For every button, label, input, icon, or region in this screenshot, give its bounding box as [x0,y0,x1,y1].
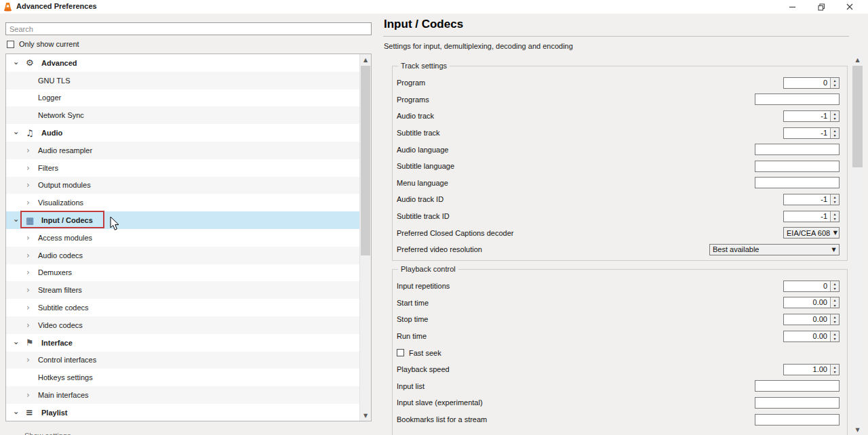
input-list-input[interactable] [755,380,840,392]
spin-up-down-icon[interactable]: ▴▾ [830,211,839,222]
spinbox-value[interactable]: -1 [784,194,830,205]
subtitle-track-id-spinbox[interactable]: -1▴▾ [783,211,840,222]
tree-item-visualizations[interactable]: › Visualizations [6,194,359,211]
expand-arrow-icon[interactable]: › [14,216,26,224]
expand-arrow-icon[interactable]: › [26,391,38,399]
playback-speed-spinbox[interactable]: 1.00▴▾ [783,364,840,375]
tree-item-demuxers[interactable]: › Demuxers [6,264,359,282]
bookmarks-list-input[interactable] [755,414,840,426]
spinbox-value[interactable]: 0 [784,281,830,291]
close-button[interactable] [835,0,864,14]
start-time-spinbox[interactable]: 0.00▴▾ [783,297,840,308]
subtitle-language-input[interactable] [755,161,840,172]
programs-input[interactable] [755,94,840,105]
tree-item-access-modules[interactable]: › Access modules [6,229,359,247]
audio-track-spinbox[interactable]: -1▴▾ [783,110,840,122]
spin-up-down-icon[interactable]: ▴▾ [830,314,839,325]
stop-time-spinbox[interactable]: 0.00▴▾ [783,314,840,325]
spinbox-value[interactable]: 0 [784,78,830,88]
expand-arrow-icon[interactable]: › [14,339,26,347]
panel-scrollbar[interactable]: ▲ ▼ [852,54,863,435]
scroll-down-icon[interactable]: ▼ [360,410,371,421]
audio-language-input[interactable] [755,144,840,155]
preferred-closed-captions-decoder-dropdown[interactable]: EIA/CEA 608▼ [783,227,840,239]
tree-item-subtitle-codecs[interactable]: › Subtitle codecs [6,299,359,316]
expand-arrow-icon[interactable] [26,77,38,85]
tree-item-control-interfaces[interactable]: › Control interfaces [6,352,359,369]
spinbox-value[interactable]: 1.00 [784,365,830,375]
expand-arrow-icon[interactable]: › [26,146,38,154]
run-time-spinbox[interactable]: 0.00▴▾ [783,331,840,342]
expand-arrow-icon[interactable]: › [26,304,38,312]
setting-label: Input repetitions [397,282,783,290]
tree-item-audio[interactable]: › ♫ Audio [6,124,359,142]
spin-up-down-icon[interactable]: ▴▾ [830,281,839,291]
subtitle-track-spinbox[interactable]: -1▴▾ [783,127,840,139]
spinbox-value[interactable]: 0.00 [784,297,830,308]
search-input[interactable] [5,22,372,35]
expand-arrow-icon[interactable]: › [26,199,38,207]
spin-up-down-icon[interactable]: ▴▾ [830,331,839,341]
expand-arrow-icon[interactable]: › [14,59,26,67]
tree-item-gnu-tls[interactable]: GNU TLS [6,72,359,89]
scroll-down-icon[interactable]: ▼ [852,424,863,435]
expand-arrow-icon[interactable]: › [26,181,38,189]
scroll-up-icon[interactable]: ▲ [360,54,371,65]
setting-label: Audio track [397,112,783,120]
spinbox-value[interactable]: 0.00 [784,314,830,325]
spinbox-value[interactable]: -1 [784,128,830,138]
program-spinbox[interactable]: 0▴▾ [783,77,840,89]
input-repetitions-spinbox[interactable]: 0▴▾ [783,281,840,292]
tree-item-audio-codecs[interactable]: › Audio codecs [6,247,359,264]
chevron-down-icon[interactable]: ▼ [829,247,839,253]
expand-arrow-icon[interactable]: › [14,409,26,417]
spinbox-value[interactable]: 0.00 [784,331,830,341]
expand-arrow-icon[interactable] [26,373,38,381]
spin-up-down-icon[interactable]: ▴▾ [830,297,839,308]
spin-up-down-icon[interactable]: ▴▾ [830,194,839,205]
tree-item-playlist[interactable]: › ≡ Playlist [6,404,359,421]
expand-arrow-icon[interactable] [26,94,38,102]
expand-arrow-icon[interactable]: › [26,321,38,329]
settings-row-input-list: Input list [393,378,847,395]
tree-item-main-interfaces[interactable]: › Main interfaces [6,386,359,404]
only-show-current-checkbox[interactable] [7,41,14,48]
spinbox-value[interactable]: -1 [784,211,830,222]
panel-scrollbar-thumb[interactable] [852,66,863,167]
tree-item-output-modules[interactable]: › Output modules [6,177,359,194]
expand-arrow-icon[interactable]: › [26,286,38,294]
chevron-down-icon[interactable]: ▼ [830,230,840,236]
expand-arrow-icon[interactable]: › [26,356,38,364]
tree-item-audio-resampler[interactable]: › Audio resampler [6,142,359,159]
tree-item-advanced[interactable]: › ⚙ Advanced [6,54,359,72]
menu-language-input[interactable] [755,177,840,188]
spin-up-down-icon[interactable]: ▴▾ [830,365,839,375]
restore-button[interactable] [807,0,835,14]
expand-arrow-icon[interactable]: › [26,268,38,276]
spin-up-down-icon[interactable]: ▴▾ [830,111,839,121]
scroll-up-icon[interactable]: ▲ [852,54,863,65]
expand-arrow-icon[interactable]: › [26,234,38,242]
spinbox-value[interactable]: -1 [784,111,830,121]
tree-item-stream-filters[interactable]: › Stream filters [6,281,359,299]
tree-item-input-codecs[interactable]: › ▦ Input / Codecs [6,211,359,229]
tree-item-hotkeys-settings[interactable]: Hotkeys settings [6,369,359,386]
expand-arrow-icon[interactable]: › [26,251,38,260]
tree-item-interface[interactable]: › ⚑ Interface [6,334,359,352]
expand-arrow-icon[interactable]: › [14,129,26,137]
fast-seek-checkbox[interactable] [397,349,404,356]
audio-track-id-spinbox[interactable]: -1▴▾ [783,194,840,205]
tree-item-filters[interactable]: › Filters [6,159,359,177]
spin-up-down-icon[interactable]: ▴▾ [830,78,839,88]
preferred-video-resolution-dropdown[interactable]: Best available▼ [709,244,840,255]
expand-arrow-icon[interactable]: › [26,164,38,172]
tree-item-network-sync[interactable]: Network Sync [6,106,359,124]
spin-up-down-icon[interactable]: ▴▾ [830,128,839,138]
tree-scrollbar[interactable]: ▲ ▼ [359,54,371,421]
tree-item-video-codecs[interactable]: › Video codecs [6,316,359,334]
input-slave-input[interactable] [755,397,840,409]
tree-scrollbar-thumb[interactable] [361,66,370,255]
tree-item-logger[interactable]: Logger [6,89,359,107]
expand-arrow-icon[interactable] [26,111,38,119]
minimize-button[interactable] [778,0,807,14]
